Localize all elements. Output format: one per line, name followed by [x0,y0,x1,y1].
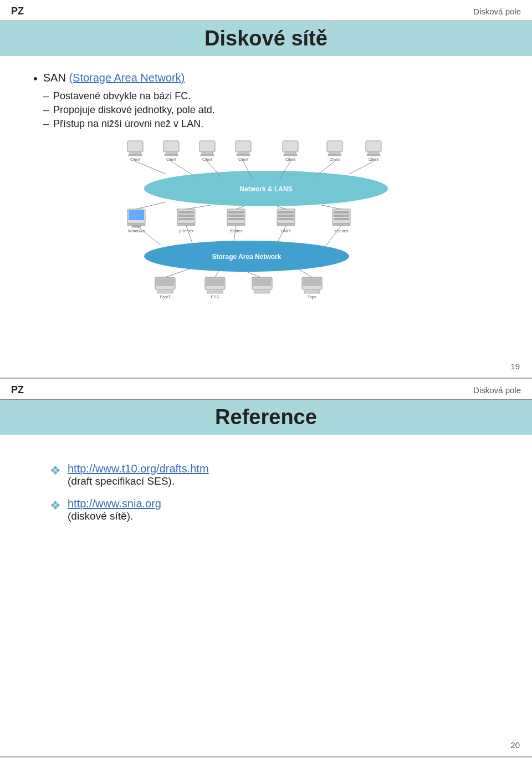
svg-text:Tape: Tape [308,294,316,299]
svg-line-93 [165,268,191,277]
slide-2-content: ❖ http://www.t10.org/drafts.htm (draft s… [0,445,532,543]
sub-item-3: Přístup na nižší úrovni než v LAN. [43,118,499,130]
svg-rect-1 [130,152,141,154]
svg-text:Client: Client [130,157,140,161]
svg-text:zSeries: zSeries [334,228,348,233]
svg-rect-80 [157,291,173,293]
ref-diamond-1: ❖ [50,464,61,478]
clients-row: Client Client Client [127,141,381,161]
ref-2-sub: (diskové sítě). [68,510,161,522]
svg-text:Client: Client [238,157,248,161]
slide-1-sub-list: Postavené obvykle na bázi FC. Propojuje … [43,90,499,130]
ref-1-text: http://www.t10.org/drafts.htm (draft spe… [68,462,209,487]
svg-text:Client: Client [202,157,212,161]
svg-text:Client: Client [285,157,295,161]
svg-text:ESS: ESS [211,294,219,299]
svg-rect-52 [227,223,245,226]
svg-text:pSeries: pSeries [179,228,193,233]
svg-rect-26 [367,154,380,156]
svg-rect-24 [366,141,381,152]
svg-rect-16 [283,141,298,152]
svg-rect-25 [368,152,379,154]
svg-rect-18 [284,154,297,156]
san-link[interactable]: (Storage Area Network) [69,72,185,84]
sub-item-1: Postavené obvykle na bázi FC. [43,90,499,102]
svg-rect-9 [202,152,213,154]
svg-rect-57 [278,218,294,220]
svg-rect-45 [178,218,194,220]
svg-line-69 [277,206,286,209]
svg-line-70 [321,205,341,209]
sub-item-2: Propojuje diskové jednotky, pole atd. [43,104,499,116]
svg-rect-13 [238,152,249,154]
svg-text:Network & LANS: Network & LANS [239,185,292,193]
svg-line-95 [247,272,260,277]
bullet-san-text: SAN (Storage Area Network) [43,72,185,84]
ref-2-text: http://www.snia.org (diskové sítě). [68,497,161,522]
bullet-san: SAN (Storage Area Network) [33,72,499,86]
slide-2: PZ Disková pole Reference ❖ http://www.t… [0,379,532,757]
svg-rect-79 [156,278,174,286]
svg-line-31 [171,161,194,176]
svg-rect-62 [334,215,349,217]
svg-rect-91 [304,291,320,293]
reference-list: ❖ http://www.t10.org/drafts.htm (draft s… [33,462,499,522]
ref-diamond-2: ❖ [50,498,61,513]
svg-rect-83 [206,278,224,286]
svg-rect-87 [253,278,271,286]
svg-rect-10 [201,154,214,156]
svg-rect-46 [177,223,195,226]
svg-rect-22 [328,154,341,156]
slide-2-header-left: PZ [11,384,24,396]
svg-line-66 [136,202,166,209]
ref-1-link[interactable]: http://www.t10.org/drafts.htm [68,462,209,475]
slide-1-content: SAN (Storage Area Network) Postavené obv… [0,66,532,317]
slide-1: PZ Disková pole Diskové sítě SAN (Storag… [0,0,532,379]
svg-rect-49 [228,211,244,213]
svg-rect-20 [327,141,342,152]
svg-text:Client: Client [369,157,378,161]
svg-rect-90 [303,278,321,286]
svg-rect-17 [285,152,296,154]
svg-rect-6 [165,154,178,156]
svg-rect-61 [334,211,349,213]
svg-rect-43 [178,211,194,213]
slide-1-header-left: PZ [11,6,24,17]
svg-rect-14 [237,154,250,156]
svg-rect-55 [278,211,294,213]
svg-rect-84 [207,291,223,293]
ref-item-1: ❖ http://www.t10.org/drafts.htm (draft s… [50,462,499,487]
ref-1-sub: (draft specifikací SES). [68,475,209,487]
slide-2-header: PZ Disková pole [0,379,532,400]
svg-rect-56 [278,215,294,217]
ref-2-link[interactable]: http://www.snia.org [68,497,161,510]
svg-rect-0 [127,141,143,152]
slide-2-page-num: 20 [510,740,520,750]
svg-line-73 [136,226,161,245]
slide-1-header-right: Disková pole [473,7,521,16]
svg-line-77 [324,226,341,248]
svg-rect-39 [127,223,145,226]
svg-rect-5 [166,152,177,154]
svg-text:iSeries: iSeries [230,228,243,233]
slide-2-title: Reference [17,405,515,429]
svg-line-96 [299,269,312,277]
svg-line-36 [349,161,374,174]
slide-1-page-num: 19 [510,362,520,371]
slide-1-bullet-list: SAN (Storage Area Network) [33,72,499,86]
svg-rect-88 [254,291,270,293]
slide-2-title-bar: Reference [0,400,532,435]
slide-1-title-bar: Diskové sítě [0,21,532,56]
svg-rect-12 [236,141,251,152]
svg-text:Client: Client [166,157,176,161]
svg-text:FastT: FastT [160,294,171,299]
svg-rect-2 [129,154,142,156]
svg-text:Storage Area Network: Storage Area Network [212,253,282,261]
svg-rect-4 [163,141,179,152]
svg-rect-8 [200,141,215,152]
san-diagram: Client Client Client [111,140,421,301]
svg-text:Windows: Windows [128,228,145,233]
svg-rect-64 [332,223,350,226]
svg-line-67 [186,205,211,209]
slide-2-header-right: Disková pole [473,385,521,395]
